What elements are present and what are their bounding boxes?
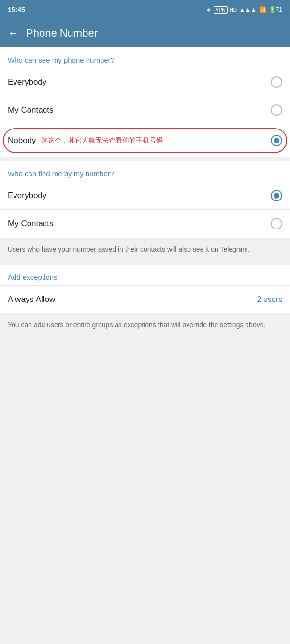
status-time: 15:45 xyxy=(8,6,25,14)
section-find-phone: Who can find me by my number? Everybody … xyxy=(0,161,290,261)
signal-icon: ▲▲▲ xyxy=(239,6,257,13)
battery-icon: 🔋71 xyxy=(269,6,282,13)
nobody-see-label: Nobody xyxy=(8,136,36,145)
exceptions-info-box: You can add users or entire groups as ex… xyxy=(0,313,290,337)
radio-mycontacts-see[interactable]: My Contacts xyxy=(0,96,290,124)
radio-nobody-see[interactable]: Nobody 选这个，其它人就无法查看你的手机号码 xyxy=(0,124,290,157)
radio-everybody-see-button[interactable] xyxy=(271,76,282,88)
radio-mycontacts-find[interactable]: My Contacts xyxy=(0,210,290,238)
section-find-label: Who can find me by my number? xyxy=(0,161,290,182)
always-allow-value: 2 users xyxy=(257,295,282,304)
toolbar: ← Phone Number xyxy=(0,19,290,47)
everybody-find-label: Everybody xyxy=(8,191,46,200)
nobody-annotation: 选这个，其它人就无法查看你的手机号码 xyxy=(41,136,163,145)
always-allow-label: Always Allow xyxy=(8,295,55,304)
find-info-box: Users who have your number saved in thei… xyxy=(0,238,290,261)
status-icons: ∗ VPN HD ▲▲▲ 📶 🔋71 xyxy=(206,6,282,14)
everybody-see-label: Everybody xyxy=(8,77,46,87)
status-bar: 15:45 ∗ VPN HD ▲▲▲ 📶 🔋71 xyxy=(0,0,290,19)
exceptions-section: Add exceptions Always Allow 2 users You … xyxy=(0,265,290,337)
section-see-phone: Who can see my phone number? Everybody M… xyxy=(0,47,290,157)
mycontacts-find-label: My Contacts xyxy=(8,219,53,229)
back-button[interactable]: ← xyxy=(8,27,18,40)
radio-nobody-see-button[interactable] xyxy=(271,135,282,146)
bluetooth-icon: ∗ xyxy=(206,6,211,13)
radio-everybody-find-button[interactable] xyxy=(271,190,282,201)
section-see-label: Who can see my phone number? xyxy=(0,47,290,68)
bottom-area xyxy=(0,337,290,530)
exceptions-label: Add exceptions xyxy=(0,265,290,285)
vpn-badge: VPN xyxy=(214,6,228,14)
page-title: Phone Number xyxy=(26,27,98,40)
radio-mycontacts-see-button[interactable] xyxy=(271,104,282,116)
nobody-row-inner: Nobody 选这个，其它人就无法查看你的手机号码 xyxy=(8,136,271,145)
radio-everybody-see[interactable]: Everybody xyxy=(0,68,290,96)
always-allow-row[interactable]: Always Allow 2 users xyxy=(0,285,290,313)
exceptions-info-text: You can add users or entire groups as ex… xyxy=(8,321,265,329)
find-info-text: Users who have your number saved in thei… xyxy=(8,245,250,253)
divider-2 xyxy=(0,261,290,265)
radio-mycontacts-find-button[interactable] xyxy=(271,218,282,229)
mycontacts-see-label: My Contacts xyxy=(8,105,53,115)
radio-everybody-find[interactable]: Everybody xyxy=(0,182,290,210)
divider-1 xyxy=(0,157,290,161)
hd-badge: HD xyxy=(230,7,237,13)
wifi-icon: 📶 xyxy=(259,6,266,13)
